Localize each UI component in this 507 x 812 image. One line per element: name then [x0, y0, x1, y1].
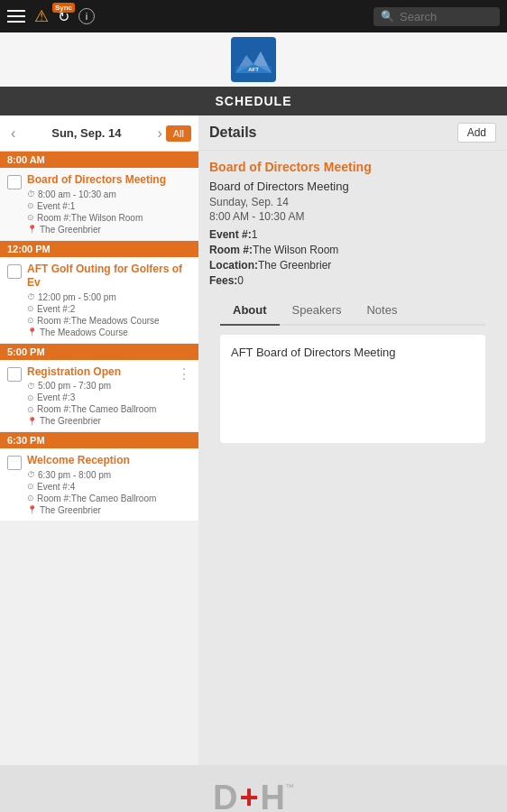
- event-num-2: ⊙ Event #:2: [27, 304, 191, 314]
- event-details-4: Welcome Reception ⏱ 6:30 pm - 8:00 pm ⊙ …: [27, 454, 191, 515]
- event-num-3: ⊙ Event #:3: [27, 392, 171, 402]
- app-header: AFT: [0, 32, 507, 87]
- details-tabs: About Speakers Notes: [220, 296, 485, 326]
- next-date-arrow[interactable]: ›: [153, 125, 165, 142]
- event-title-4: Welcome Reception: [27, 454, 191, 468]
- dh-d: D: [213, 779, 237, 813]
- clock-icon-1: ⏱: [27, 189, 35, 198]
- tab-speakers[interactable]: Speakers: [280, 296, 355, 326]
- search-input[interactable]: [400, 10, 493, 23]
- tab-notes[interactable]: Notes: [354, 296, 410, 326]
- details-fees: Fees:0: [209, 274, 496, 287]
- loc-icon-1: 📍: [27, 225, 37, 234]
- event-time-1: ⏱ 8:00 am - 10:30 am: [27, 189, 191, 199]
- alert-icon[interactable]: ⚠: [34, 6, 49, 26]
- prev-date-arrow[interactable]: ‹: [7, 125, 19, 142]
- bottom-area: D + H ™: [0, 765, 507, 812]
- event-loc-1: 📍 The Greenbrier: [27, 225, 191, 235]
- clock-icon-2: ⏱: [27, 292, 35, 301]
- app-logo: AFT: [231, 37, 276, 82]
- tab-about[interactable]: About: [220, 296, 280, 326]
- schedule-list: ‹ Sun, Sep. 14 › All 8:00 AM Board of Di…: [0, 115, 198, 765]
- event-title-1: Board of Directors Meeting: [27, 173, 191, 188]
- room-icon-2: ⊙: [27, 316, 34, 325]
- schedule-header: SCHEDULE: [0, 87, 507, 115]
- loc-icon-2: 📍: [27, 328, 37, 337]
- dh-logo: D + H ™: [213, 779, 294, 813]
- event-loc-2: 📍 The Meadows Course: [27, 328, 191, 337]
- sync-wrapper: ↻ Sync: [58, 8, 69, 25]
- event-title-3: Registration Open: [27, 365, 171, 380]
- details-content: Board of Directors Meeting Board of Dire…: [198, 151, 507, 765]
- event-details-3: Registration Open ⏱ 5:00 pm - 7:30 pm ⊙ …: [27, 365, 171, 427]
- details-event-title: Board of Directors Meeting: [209, 160, 496, 174]
- status-bar: ⚠ ↻ Sync i 🔍: [0, 0, 507, 32]
- time-section-500: 5:00 PM: [0, 344, 198, 360]
- event-loc-3: 📍 The Greenbrier: [27, 416, 171, 426]
- event-checkbox-2[interactable]: [7, 264, 22, 279]
- event-checkbox-3[interactable]: [7, 367, 22, 382]
- clock-icon-4: ⏱: [27, 470, 35, 479]
- event-title-2: AFT Golf Outing for Golfers of Ev: [27, 263, 191, 291]
- hamburger-menu-icon[interactable]: [7, 10, 25, 23]
- event-icon-4: ⊙: [27, 482, 34, 491]
- details-title: Details: [209, 125, 256, 141]
- event-room-2: ⊙ Room #:The Meadows Course: [27, 316, 191, 326]
- event-details-2: AFT Golf Outing for Golfers of Ev ⏱ 12:0…: [27, 263, 191, 337]
- event-item-1[interactable]: Board of Directors Meeting ⏱ 8:00 am - 1…: [0, 168, 198, 241]
- event-icon-3: ⊙: [27, 393, 34, 402]
- search-icon: 🔍: [381, 10, 394, 23]
- sync-badge: Sync: [52, 3, 75, 13]
- dh-plus: +: [239, 779, 258, 812]
- schedule-title: SCHEDULE: [215, 94, 291, 108]
- status-bar-left: ⚠ ↻ Sync i: [7, 6, 95, 26]
- tab-about-text: AFT Board of Directors Meeting: [231, 346, 396, 359]
- event-item-4[interactable]: Welcome Reception ⏱ 6:30 pm - 8:00 pm ⊙ …: [0, 448, 198, 521]
- event-num-1: ⊙ Event #:1: [27, 201, 191, 211]
- time-section-630: 6:30 PM: [0, 432, 198, 448]
- time-section-800: 8:00 AM: [0, 152, 198, 168]
- event-item-3[interactable]: Registration Open ⏱ 5:00 pm - 7:30 pm ⊙ …: [0, 360, 198, 433]
- room-icon-1: ⊙: [27, 213, 34, 222]
- details-event-time: 8:00 AM - 10:30 AM: [209, 210, 496, 223]
- details-event-date: Sunday, Sep. 14: [209, 196, 496, 208]
- main-content: ‹ Sun, Sep. 14 › All 8:00 AM Board of Di…: [0, 115, 507, 765]
- event-time-4: ⏱ 6:30 pm - 8:00 pm: [27, 470, 191, 480]
- event-icon-1: ⊙: [27, 201, 34, 210]
- status-bar-right: 🔍: [373, 7, 500, 26]
- dh-tm: ™: [285, 782, 294, 792]
- event-checkbox-1[interactable]: [7, 175, 22, 189]
- loc-icon-4: 📍: [27, 505, 37, 514]
- dh-h: H: [261, 779, 285, 813]
- add-button[interactable]: Add: [457, 123, 496, 143]
- details-room: Room #:The Wilson Room: [209, 244, 496, 256]
- event-room-3: ⊙ Room #:The Cameo Ballroom: [27, 404, 171, 414]
- all-button[interactable]: All: [166, 125, 191, 142]
- details-header: Details Add: [198, 115, 507, 151]
- event-loc-4: 📍 The Greenbrier: [27, 505, 191, 515]
- details-event-num: Event #:1: [209, 228, 496, 241]
- time-section-1200: 12:00 PM: [0, 241, 198, 257]
- event-checkbox-4[interactable]: [7, 456, 22, 470]
- date-label: Sun, Sep. 14: [19, 126, 153, 140]
- event-time-3: ⏱ 5:00 pm - 7:30 pm: [27, 381, 171, 391]
- svg-text:AFT: AFT: [248, 67, 259, 72]
- event-room-1: ⊙ Room #:The Wilson Room: [27, 213, 191, 223]
- room-icon-3: ⊙: [27, 405, 34, 414]
- details-location: Location:The Greenbrier: [209, 259, 496, 272]
- event-item-2[interactable]: AFT Golf Outing for Golfers of Ev ⏱ 12:0…: [0, 257, 198, 344]
- event-details-1: Board of Directors Meeting ⏱ 8:00 am - 1…: [27, 173, 191, 235]
- tab-content-about: AFT Board of Directors Meeting: [220, 335, 485, 443]
- room-icon-4: ⊙: [27, 494, 34, 503]
- date-nav: ‹ Sun, Sep. 14 › All: [0, 115, 198, 152]
- search-box[interactable]: 🔍: [373, 7, 500, 26]
- event-room-4: ⊙ Room #:The Cameo Ballroom: [27, 494, 191, 503]
- info-icon[interactable]: i: [78, 8, 95, 24]
- loc-icon-3: 📍: [27, 417, 37, 426]
- event-time-2: ⏱ 12:00 pm - 5:00 pm: [27, 292, 191, 302]
- more-icon-3[interactable]: ⋮: [177, 365, 191, 383]
- details-event-name: Board of Directors Meeting: [209, 180, 496, 193]
- clock-icon-3: ⏱: [27, 382, 35, 391]
- logo-svg: AFT: [235, 46, 272, 73]
- event-num-4: ⊙ Event #:4: [27, 482, 191, 492]
